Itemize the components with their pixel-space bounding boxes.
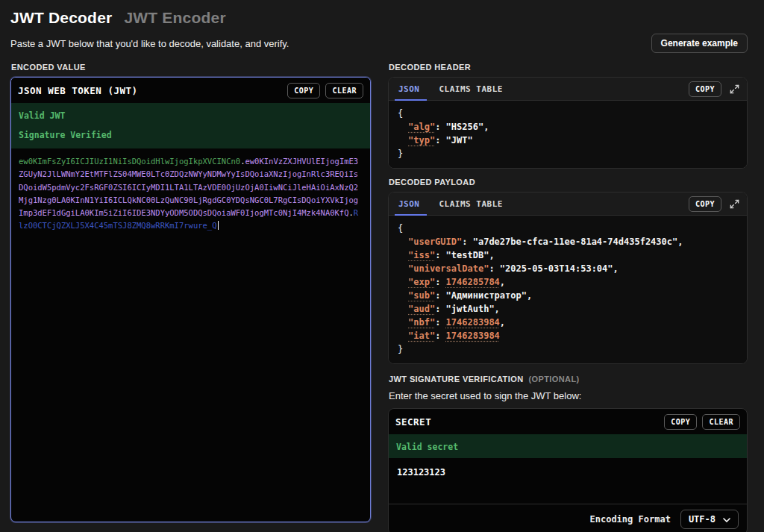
- claim-key[interactable]: "nbf": [408, 317, 435, 328]
- json-claim-row: "nbf": 1746283984,: [398, 316, 738, 329]
- encoding-format-value: UTF-8: [689, 514, 716, 525]
- claim-comma: ,: [483, 122, 489, 132]
- json-claim-row: "userGUID": "a7de27be-cfca-11ee-81a4-74d…: [398, 235, 738, 248]
- json-claim-row: "iat": 1746283984: [398, 329, 738, 342]
- claim-key[interactable]: "exp": [408, 277, 435, 287]
- tab-header-json[interactable]: JSON: [396, 78, 422, 100]
- secret-clear-button[interactable]: CLEAR: [702, 414, 740, 430]
- json-claim-row: "alg": "HS256",: [398, 120, 738, 134]
- claim-key[interactable]: "iat": [408, 331, 435, 341]
- secret-instruction: Enter the secret used to sign the JWT be…: [389, 390, 748, 401]
- status-valid-jwt: Valid JWT: [19, 110, 363, 121]
- encoding-format-label: Encoding Format: [590, 514, 671, 525]
- status-valid-secret: Valid secret: [396, 442, 458, 452]
- claim-colon: :: [435, 331, 445, 341]
- tab-payload-json[interactable]: JSON: [396, 193, 422, 215]
- claim-value: "jwtAuth": [446, 304, 495, 314]
- jwt-decoder-page: JWT Decoder JWT Encoder Paste a JWT belo…: [0, 0, 764, 532]
- secret-panel-title: SECRET: [395, 416, 431, 428]
- claim-comma: ,: [500, 317, 505, 328]
- token-panel-title: JSON WEB TOKEN (JWT): [18, 85, 138, 96]
- decoded-header-label: DECODED HEADER: [389, 63, 748, 72]
- status-signature-verified: Signature Verified: [19, 130, 363, 140]
- intro-row: Paste a JWT below that you'd like to dec…: [10, 34, 748, 53]
- header-expand-icon[interactable]: [730, 84, 739, 94]
- encoded-token-panel: JSON WEB TOKEN (JWT) COPY CLEAR Valid JW…: [10, 77, 371, 522]
- claim-colon: :: [435, 122, 445, 132]
- claim-comma: ,: [489, 250, 494, 260]
- json-claim-row: "iss": "testDB",: [398, 248, 738, 262]
- decoded-payload-card: JSON CLAIMS TABLE COPY { "userGUID": "a7…: [388, 192, 748, 364]
- header-claims-list: "alg": "HS256","typ": "JWT": [398, 120, 738, 147]
- claim-value: "Администратор": [446, 290, 527, 301]
- claim-value[interactable]: 1746285784: [446, 277, 500, 287]
- decoded-header-card: JSON CLAIMS TABLE COPY { "alg": "HS256",…: [388, 77, 748, 169]
- claim-key[interactable]: "alg": [408, 122, 435, 132]
- encoded-column: ENCODED VALUE JSON WEB TOKEN (JWT) COPY …: [10, 63, 371, 532]
- claim-key[interactable]: "iss": [408, 250, 435, 260]
- tab-header-claims-table[interactable]: CLAIMS TABLE: [437, 78, 505, 100]
- signature-verification-label: JWT SIGNATURE VERIFICATION (OPTIONAL): [389, 375, 748, 384]
- claim-colon: :: [435, 317, 445, 328]
- open-brace: {: [398, 222, 738, 235]
- token-panel-header: JSON WEB TOKEN (JWT) COPY CLEAR: [11, 78, 370, 103]
- secret-panel-footer: Encoding Format UTF-8: [389, 504, 747, 532]
- decoded-payload-tabbar: JSON CLAIMS TABLE COPY: [389, 193, 747, 216]
- token-clear-button[interactable]: CLEAR: [325, 83, 363, 98]
- encoding-format-select[interactable]: UTF-8: [680, 510, 739, 529]
- secret-panel: SECRET COPY CLEAR Valid secret 123123123…: [388, 408, 748, 532]
- claim-value: "HS256": [446, 122, 484, 132]
- claim-value: "testDB": [446, 250, 489, 260]
- header-copy-button[interactable]: COPY: [689, 81, 721, 97]
- payload-expand-icon[interactable]: [730, 199, 739, 209]
- token-header-segment: ew0KImFsZyI6ICJIUzI1NiIsDQoidHlwIjogIkpX…: [19, 157, 240, 166]
- json-claim-row: "exp": 1746285784,: [398, 275, 738, 289]
- claim-comma: ,: [613, 263, 619, 274]
- claim-value[interactable]: 1746283984: [446, 331, 500, 341]
- decoded-payload-label: DECODED PAYLOAD: [389, 178, 748, 187]
- token-payload-segment: ew0KInVzZXJHVUlEIjogImE3ZGUyN2JlLWNmY2Et…: [19, 157, 358, 217]
- payload-copy-button[interactable]: COPY: [689, 196, 721, 212]
- claim-key: "universalDate": [408, 263, 489, 274]
- encoded-value-label: ENCODED VALUE: [11, 63, 371, 72]
- claim-key[interactable]: "sub": [408, 290, 435, 301]
- mode-switcher: JWT Decoder JWT Encoder: [10, 9, 748, 27]
- claim-comma: ,: [495, 304, 500, 314]
- claim-key[interactable]: "aud": [408, 304, 435, 314]
- jwt-token-input[interactable]: ew0KImFsZyI6ICJIUzI1NiIsDQoidHlwIjogIkpX…: [11, 148, 370, 522]
- chevron-down-icon: [723, 514, 730, 525]
- decoded-column: DECODED HEADER JSON CLAIMS TABLE COPY: [388, 63, 748, 532]
- page-subtitle: Paste a JWT below that you'd like to dec…: [10, 38, 289, 49]
- json-claim-row: "universalDate": "2025-05-03T14:53:04",: [398, 262, 738, 275]
- tab-jwt-decoder[interactable]: JWT Decoder: [10, 9, 112, 27]
- generate-example-button[interactable]: Generate example: [651, 34, 748, 53]
- claim-colon: :: [462, 237, 472, 247]
- text-caret: [218, 221, 219, 230]
- payload-claims-list: "userGUID": "a7de27be-cfca-11ee-81a4-74d…: [398, 235, 738, 342]
- secret-copy-button[interactable]: COPY: [664, 414, 697, 430]
- claim-comma: ,: [500, 277, 505, 287]
- token-copy-button[interactable]: COPY: [287, 83, 320, 98]
- json-claim-row: "sub": "Администратор",: [398, 289, 738, 302]
- claim-value[interactable]: 1746283984: [446, 317, 500, 328]
- tab-jwt-encoder[interactable]: JWT Encoder: [124, 9, 225, 27]
- tab-payload-claims-table[interactable]: CLAIMS TABLE: [437, 193, 505, 215]
- claim-comma: ,: [677, 237, 683, 247]
- close-brace: }: [398, 342, 738, 356]
- claim-colon: :: [435, 277, 445, 287]
- claim-key[interactable]: "typ": [408, 135, 435, 145]
- claim-colon: :: [435, 290, 445, 301]
- decoded-payload-json: { "userGUID": "a7de27be-cfca-11ee-81a4-7…: [389, 216, 747, 363]
- claim-value: "2025-05-03T14:53:04": [500, 263, 613, 274]
- claim-colon: :: [435, 135, 445, 145]
- claim-colon: :: [435, 250, 445, 260]
- claim-value: "JWT": [446, 135, 473, 145]
- open-brace: {: [398, 107, 738, 120]
- json-claim-row: "aud": "jwtAuth",: [398, 302, 738, 316]
- json-claim-row: "typ": "JWT": [398, 134, 738, 147]
- secret-status-banner: Valid secret: [389, 434, 747, 458]
- secret-input[interactable]: 123123123: [389, 458, 747, 504]
- signature-verification-title: JWT SIGNATURE VERIFICATION: [389, 375, 524, 384]
- claim-value: "a7de27be-cfca-11ee-81a4-74d435f2430c": [473, 237, 678, 247]
- decoded-header-tabbar: JSON CLAIMS TABLE COPY: [389, 78, 747, 101]
